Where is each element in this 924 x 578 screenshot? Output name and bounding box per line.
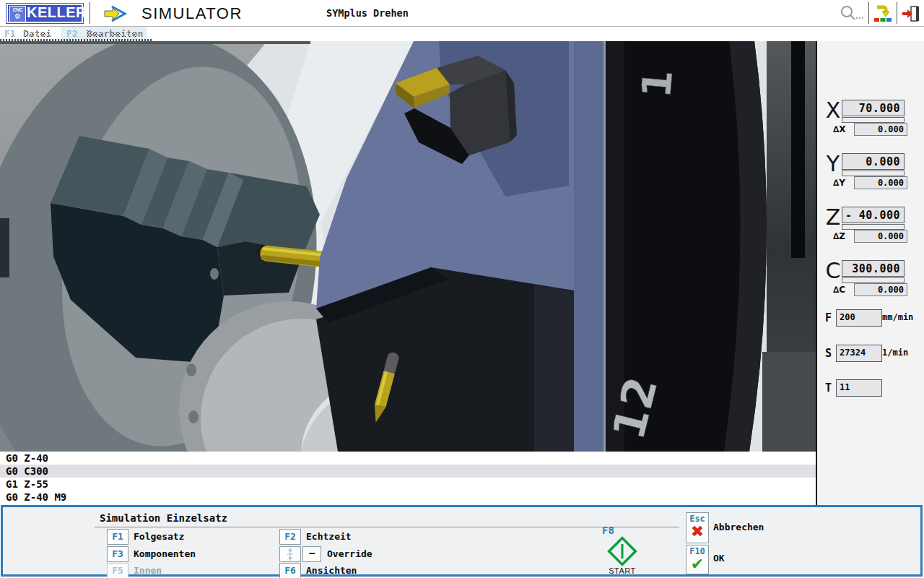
menu-key-f1[interactable]: F1 [4, 28, 16, 39]
axis-subbar [842, 277, 905, 283]
exit-icon[interactable] [901, 4, 921, 26]
feed-unit: 1/min [882, 348, 908, 358]
feed-label: T [825, 381, 832, 394]
simulator-screen: CNC ⚙ KELLER SIMULATOR SYMplus Drehen [0, 0, 924, 578]
app-subtitle: SYMplus Drehen [326, 7, 409, 19]
start-label: START [601, 566, 644, 575]
gcode-line-active[interactable]: G0 C300 [0, 465, 816, 478]
turret-station-number-1: 1 [632, 68, 681, 100]
menu-key-f2[interactable]: F2 [66, 28, 78, 39]
fkey-box: F1 [107, 529, 128, 545]
axis-value-display: 0.000 [842, 153, 905, 170]
axis-subbar [842, 171, 905, 176]
cancel-label: Abbrechen [713, 522, 764, 532]
axis-subbar [842, 117, 905, 123]
axis-value: 40.000 [859, 209, 900, 222]
axis-value-display: 70.000 [842, 100, 905, 116]
gear-glyph: ⚙ [14, 13, 21, 20]
axis-delta-value: 0.000 [854, 123, 907, 136]
fkey-label: Echtzeit [306, 531, 352, 542]
axis-letter: C [823, 258, 843, 283]
gcode-line[interactable]: G0 Z-40 [0, 452, 816, 465]
cancel-button[interactable]: Esc ✖ [686, 512, 709, 543]
scene-top-edge [0, 41, 310, 44]
fkey-label: Komponenten [134, 548, 196, 559]
axis-letter: X [823, 98, 843, 123]
divider [868, 2, 869, 24]
axis-delta-label: ∆C [833, 285, 845, 295]
updown-arrow-icon [279, 546, 301, 562]
simulation-3d-viewport[interactable]: 1 12 [0, 41, 816, 452]
axis-value: 0.000 [866, 155, 900, 168]
axis-sign: - [845, 209, 852, 222]
column-base [762, 352, 816, 452]
fkey-label: Ansichten [306, 565, 357, 576]
mode-switch-icon[interactable] [873, 4, 892, 26]
feed-label: F [825, 311, 832, 324]
axis-value-display: - 40.000 [842, 207, 905, 223]
divider [90, 2, 90, 24]
feed-row-f: F 200 mm/min [816, 309, 924, 327]
fkey-box: F5 [107, 563, 128, 578]
gcode-line[interactable]: G1 Z-55 [0, 478, 816, 491]
fkey-label: Folgesatz [134, 531, 184, 542]
feed-value: 200 [836, 309, 882, 327]
fkey-box: F6 [279, 563, 301, 578]
column-gap [791, 41, 805, 258]
fkey-label: Innen [134, 565, 162, 576]
axis-delta-value: 0.000 [854, 176, 907, 189]
turret-drum: 1 12 [602, 41, 767, 452]
cancel-x-icon: ✖ [687, 524, 708, 540]
feed-value: 11 [836, 379, 882, 397]
gcode-block-list: G0 Z-40 G0 C300 G1 Z-55 G0 Z-40 M9 [0, 452, 816, 505]
menubar: F1 Datei F2 Bearbeiten [0, 27, 924, 41]
menu-item-datei[interactable]: Datei [23, 28, 51, 39]
softkey-panel: Simulation Einzelsatz F1 Folgesatz F3 Ko… [1, 505, 923, 577]
ok-button[interactable]: F10 ✔ [686, 545, 709, 574]
override-minus-box[interactable]: − [302, 546, 321, 562]
axis-delta-label: ∆X [833, 124, 846, 134]
axis-letter: Z [823, 204, 843, 230]
fkey-box: F3 [107, 546, 128, 562]
axis-group-y: Y 0.000 ∆Y 0.000 [816, 152, 924, 204]
panel-title: Simulation Einzelsatz [100, 512, 227, 524]
titlebar: CNC ⚙ KELLER SIMULATOR SYMplus Drehen [0, 0, 924, 27]
start-fkey: F8 [602, 525, 614, 536]
axis-delta-value: 0.000 [854, 230, 907, 243]
title-rule [95, 527, 679, 527]
keller-logo: CNC ⚙ KELLER [6, 3, 84, 24]
axis-letter: Y [823, 151, 843, 176]
menu-item-bearbeiten[interactable]: Bearbeiten [87, 28, 143, 39]
divider [897, 2, 897, 24]
fkey-label: Override [327, 548, 372, 559]
start-button[interactable] [606, 536, 638, 569]
lathe-scene: 1 12 [0, 41, 816, 452]
axis-value: 70.000 [859, 102, 900, 115]
axis-delta-label: ∆Y [833, 178, 845, 188]
gcode-line[interactable]: G0 Z-40 M9 [0, 491, 816, 504]
axis-group-c: C 300.000 ∆C 0.000 [816, 259, 924, 311]
feed-unit: mm/min [882, 312, 913, 322]
feed-value: 27324 [836, 345, 882, 362]
axis-delta-label: ∆Z [833, 231, 845, 241]
feed-row-s: S 27324 1/min [816, 345, 924, 362]
cnc-emblem-icon: CNC ⚙ [9, 6, 26, 22]
feed-label: S [825, 347, 832, 360]
brand-name: KELLER [27, 4, 87, 21]
app-title: SIMULATOR [141, 4, 243, 23]
ok-label: OK [713, 553, 725, 564]
axis-group-x: X 70.000 ∆X 0.000 [816, 99, 924, 151]
fkey-box: F2 [279, 529, 301, 545]
feed-row-t: T 11 [816, 379, 924, 397]
axis-value-display: 300.000 [842, 260, 905, 277]
start-diamond-icon [606, 536, 638, 566]
tool-holder-bottom [316, 267, 574, 452]
axis-value: 300.000 [852, 262, 900, 275]
ok-check-icon: ✔ [687, 556, 708, 572]
axis-subbar [842, 224, 905, 230]
zoom-search-icon[interactable] [839, 4, 863, 25]
axis-group-z: Z - 40.000 ∆Z 0.000 [816, 206, 924, 258]
simulator-arrow-icon [103, 4, 128, 26]
axis-delta-value: 0.000 [854, 283, 907, 296]
